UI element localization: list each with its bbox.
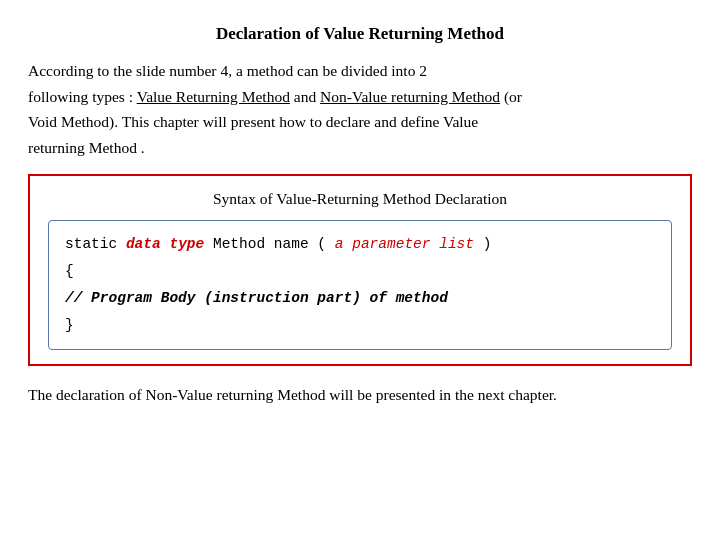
intro-line2-part1: following types : bbox=[28, 88, 137, 105]
intro-line4: returning Method . bbox=[28, 139, 145, 156]
code-line-4: } bbox=[65, 312, 655, 339]
intro-line2-part3: (or bbox=[500, 88, 522, 105]
code-line-3: // Program Body (instruction part) of me… bbox=[65, 285, 655, 312]
code-close-paren: ) bbox=[474, 236, 491, 252]
code-close-brace: } bbox=[65, 317, 74, 333]
intro-line3: Void Method). This chapter will present … bbox=[28, 113, 478, 130]
code-datatype: data type bbox=[126, 236, 204, 252]
code-static-keyword: static bbox=[65, 236, 126, 252]
code-paramlist: a parameter list bbox=[335, 236, 474, 252]
intro-line1: According to the slide number 4, a metho… bbox=[28, 62, 427, 79]
intro-line2-underline1: Value Returning Method bbox=[137, 88, 290, 105]
intro-line2-part2: and bbox=[290, 88, 320, 105]
code-comment: // Program Body (instruction part) of me… bbox=[65, 290, 448, 306]
code-line-2: { bbox=[65, 258, 655, 285]
intro-line2-underline2: Non-Value returning Method bbox=[320, 88, 500, 105]
code-method-name: Method name ( bbox=[204, 236, 335, 252]
intro-paragraph: According to the slide number 4, a metho… bbox=[28, 58, 692, 160]
code-block: static data type Method name ( a paramet… bbox=[48, 220, 672, 349]
syntax-title: Syntax of Value-Returning Method Declara… bbox=[48, 190, 672, 208]
footer-text: The declaration of Non-Value returning M… bbox=[28, 386, 692, 404]
code-open-brace: { bbox=[65, 263, 74, 279]
syntax-box: Syntax of Value-Returning Method Declara… bbox=[28, 174, 692, 365]
code-line-1: static data type Method name ( a paramet… bbox=[65, 231, 655, 258]
page: Declaration of Value Returning Method Ac… bbox=[0, 0, 720, 540]
page-title: Declaration of Value Returning Method bbox=[28, 24, 692, 44]
